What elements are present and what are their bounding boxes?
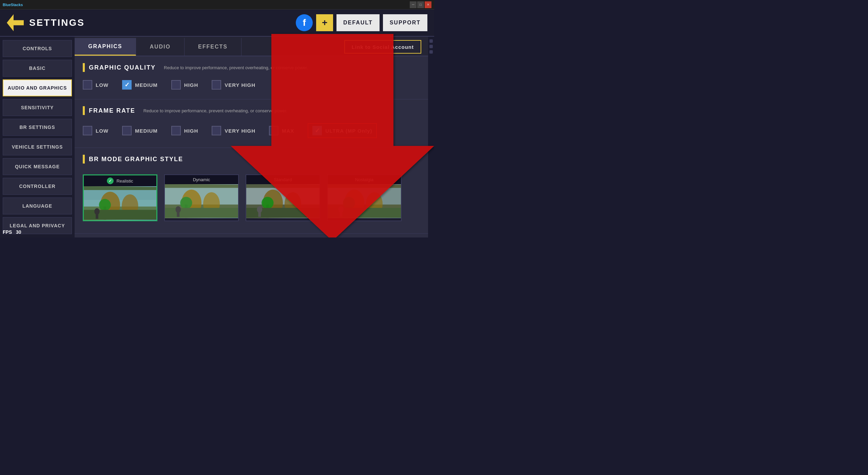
sidebar-item-language[interactable]: LANGUAGE <box>3 197 72 214</box>
section-marker <box>83 63 85 72</box>
svg-rect-20 <box>246 188 320 205</box>
plus-button[interactable]: + <box>316 14 333 31</box>
fr-checkbox-low[interactable] <box>83 126 92 135</box>
frame-rate-header: FRAME RATE Reduce to improve performance… <box>83 106 420 115</box>
gq-checkbox-medium[interactable] <box>122 80 132 90</box>
sidebar-item-controls[interactable]: CONTROLS <box>3 40 72 57</box>
facebook-button[interactable]: f <box>296 14 313 31</box>
svg-point-6 <box>99 199 111 211</box>
frame-rate-section: FRAME RATE Reduce to improve performance… <box>75 99 428 148</box>
style-card-dynamic-image <box>165 184 238 218</box>
sidebar-item-vehicle-settings[interactable]: VEHICLE SETTINGS <box>3 138 72 155</box>
fps-label: FPS <box>3 229 12 235</box>
support-button[interactable]: SUPPORT <box>383 14 427 31</box>
svg-point-33 <box>343 197 355 209</box>
svg-point-15 <box>180 197 192 209</box>
tab-audio[interactable]: AUDIO <box>136 38 185 56</box>
fr-label-high: HIGH <box>184 128 198 134</box>
frame-rate-options: LOW MEDIUM HIGH VERY HIGH <box>83 120 420 141</box>
fr-checkbox-ultra[interactable] <box>312 126 322 135</box>
sidebar-item-quick-message[interactable]: QUICK MESSAGE <box>3 158 72 175</box>
gq-option-high[interactable]: HIGH <box>171 80 198 90</box>
top-bar: SETTINGS f + DEFAULT SUPPORT <box>0 10 434 37</box>
back-button[interactable] <box>7 14 24 31</box>
style-card-nostalgia[interactable]: Nostalgia <box>327 174 402 221</box>
style-card-realistic-header: ✓ Realistic <box>84 175 156 186</box>
window-controls: ─ □ ✕ <box>410 1 431 8</box>
br-mode-header: BR MODE GRAPHIC STYLE <box>83 155 420 164</box>
fr-checkbox-very-high[interactable] <box>212 126 221 135</box>
page-title: SETTINGS <box>29 17 296 28</box>
style-card-dynamic[interactable]: Dynamic <box>164 174 239 221</box>
fr-option-ultra[interactable]: ULTRA (MP Only) <box>308 123 377 138</box>
gq-checkbox-very-high[interactable] <box>212 80 221 90</box>
fr-label-very-high: VERY HIGH <box>225 128 255 134</box>
gq-label-high: HIGH <box>184 82 198 88</box>
style-card-nostalgia-image <box>328 184 401 218</box>
graphic-quality-title: GRAPHIC QUALITY <box>89 64 156 71</box>
sidebar-item-audio-graphics[interactable]: AUDIO AND GRAPHICS <box>3 79 72 96</box>
style-card-standard-header: Standard <box>246 175 320 184</box>
svg-rect-2 <box>84 190 156 207</box>
tab-graphics[interactable]: GRAPHICS <box>75 38 136 56</box>
maximize-button[interactable]: □ <box>417 1 424 8</box>
fr-checkbox-high[interactable] <box>171 126 181 135</box>
fr-checkbox-medium[interactable] <box>122 126 132 135</box>
frame-rate-title: FRAME RATE <box>89 107 135 114</box>
svg-rect-29 <box>328 188 401 205</box>
fr-option-very-high[interactable]: VERY HIGH <box>212 126 255 135</box>
gq-label-medium: MEDIUM <box>135 82 158 88</box>
tab-effects[interactable]: EFFECTS <box>185 38 242 56</box>
gq-option-very-high[interactable]: VERY HIGH <box>212 80 255 90</box>
fr-label-low: LOW <box>96 128 109 134</box>
fps-value: 30 <box>16 229 21 235</box>
top-bar-actions: f + DEFAULT SUPPORT <box>296 14 427 31</box>
graphic-quality-section: GRAPHIC QUALITY Reduce to improve perfor… <box>75 56 428 99</box>
graphic-quality-header: GRAPHIC QUALITY Reduce to improve perfor… <box>83 63 420 72</box>
fr-option-low[interactable]: LOW <box>83 126 109 135</box>
svg-point-24 <box>262 197 273 209</box>
app-logo: BlueStacks <box>3 3 23 7</box>
sidebar-item-controller[interactable]: CONTROLLER <box>3 178 72 195</box>
section-marker-fr <box>83 106 85 115</box>
side-indicator-1 <box>429 39 433 43</box>
side-indicator-3 <box>429 50 433 54</box>
fr-label-medium: MEDIUM <box>135 128 158 134</box>
fr-label-max: MAX <box>282 128 294 134</box>
gq-option-medium[interactable]: MEDIUM <box>122 80 158 90</box>
br-mode-section: BR MODE GRAPHIC STYLE ✓ Realistic <box>75 148 428 234</box>
close-button[interactable]: ✕ <box>425 1 431 8</box>
fps-counter: FPS 30 <box>3 229 21 235</box>
br-mode-title: BR MODE GRAPHIC STYLE <box>89 156 183 163</box>
content-area: CONTROLS BASIC AUDIO AND GRAPHICS SENSIT… <box>0 37 434 238</box>
style-cards: ✓ Realistic <box>83 169 420 227</box>
link-social-button[interactable]: Link to Social Account <box>344 40 421 54</box>
style-card-realistic-image <box>84 186 156 220</box>
sidebar-item-basic[interactable]: BASIC <box>3 60 72 77</box>
graphic-quality-desc: Reduce to improve performance, prevent o… <box>164 65 308 70</box>
main-panel: GRAPHICS AUDIO EFFECTS Link to Social Ac… <box>75 37 428 238</box>
right-side-bar <box>428 37 434 238</box>
app-container: SETTINGS f + DEFAULT SUPPORT CONTROLS BA… <box>0 10 434 238</box>
fr-option-medium[interactable]: MEDIUM <box>122 126 158 135</box>
gq-checkbox-low[interactable] <box>83 80 92 90</box>
default-button[interactable]: DEFAULT <box>336 14 380 31</box>
fr-checkbox-max[interactable] <box>269 126 278 135</box>
fr-option-max[interactable]: MAX <box>269 126 294 135</box>
gq-label-very-high: VERY HIGH <box>225 82 255 88</box>
style-card-realistic[interactable]: ✓ Realistic <box>83 174 157 221</box>
gq-checkbox-high[interactable] <box>171 80 181 90</box>
sidebar-item-sensitivity[interactable]: SENSITIVITY <box>3 99 72 116</box>
gq-option-low[interactable]: LOW <box>83 80 109 90</box>
style-card-dynamic-header: Dynamic <box>165 175 238 184</box>
fr-label-ultra: ULTRA (MP Only) <box>325 128 372 134</box>
style-card-standard[interactable]: Standard <box>246 174 320 221</box>
sidebar: CONTROLS BASIC AUDIO AND GRAPHICS SENSIT… <box>0 37 75 238</box>
panel-content: GRAPHIC QUALITY Reduce to improve perfor… <box>75 56 428 238</box>
frame-rate-desc: Reduce to improve performance, prevent o… <box>143 108 288 113</box>
minimize-button[interactable]: ─ <box>410 1 417 8</box>
svg-rect-27 <box>258 212 261 217</box>
tabs-bar: GRAPHICS AUDIO EFFECTS Link to Social Ac… <box>75 37 428 56</box>
sidebar-item-br-settings[interactable]: BR SETTINGS <box>3 119 72 136</box>
fr-option-high[interactable]: HIGH <box>171 126 198 135</box>
